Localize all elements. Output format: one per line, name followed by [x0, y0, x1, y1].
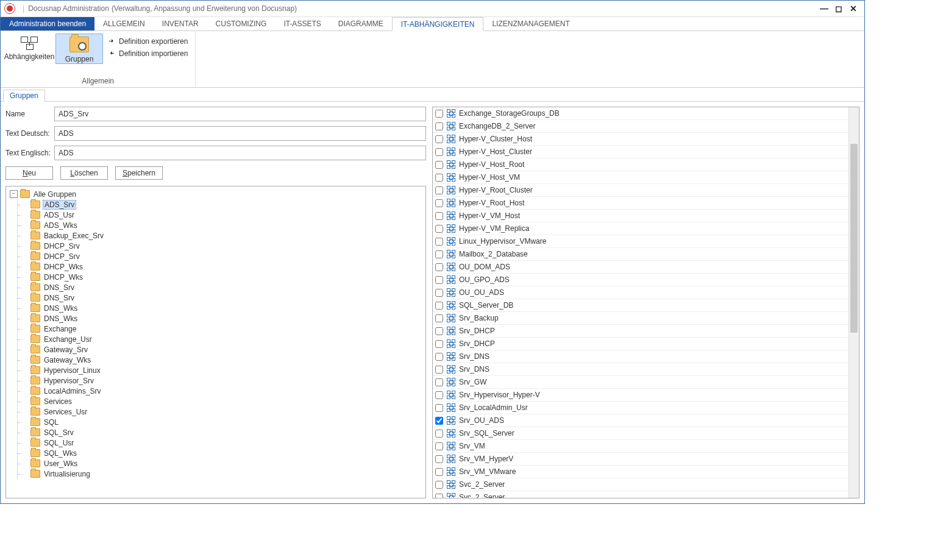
- tree-node[interactable]: Exchange_Usr: [18, 334, 425, 344]
- tree-node[interactable]: SQL_Usr: [18, 438, 425, 448]
- list-row[interactable]: Hyper-V_VM_Host: [433, 210, 849, 222]
- tree-node[interactable]: LocalAdmins_Srv: [18, 386, 425, 396]
- list-checkbox[interactable]: [435, 314, 443, 322]
- tree-node[interactable]: SQL: [18, 417, 425, 427]
- list-checkbox[interactable]: [435, 302, 443, 310]
- tree-node[interactable]: ADS_Usr: [18, 210, 425, 220]
- tree-node[interactable]: SQL_Srv: [18, 427, 425, 438]
- list-row[interactable]: OU_GPO_ADS: [433, 274, 849, 286]
- list-row[interactable]: Srv_VM_HyperV: [433, 453, 849, 466]
- tree-node[interactable]: Hypervisor_Srv: [18, 375, 425, 386]
- tree-node[interactable]: User_Wks: [18, 458, 425, 469]
- tree-node[interactable]: ADS_Srv: [18, 199, 425, 210]
- list-checkbox[interactable]: [435, 199, 443, 207]
- tree-root-node[interactable]: − Alle Gruppen: [10, 189, 425, 199]
- tree-node[interactable]: Exchange: [18, 324, 425, 334]
- list-row[interactable]: Exchange_StorageGroups_DB: [433, 107, 849, 120]
- list-checkbox[interactable]: [435, 289, 443, 297]
- tree-node[interactable]: DNS_Srv: [18, 292, 425, 303]
- list-checkbox[interactable]: [435, 238, 443, 246]
- list-checkbox[interactable]: [435, 430, 443, 438]
- list-checkbox[interactable]: [435, 122, 443, 130]
- list-row[interactable]: Srv_LocalAdmin_Usr: [433, 402, 849, 414]
- tree-node[interactable]: Services: [18, 396, 425, 406]
- close-button[interactable]: ✕: [846, 2, 861, 15]
- new-button[interactable]: Neu: [5, 166, 53, 180]
- list-checkbox[interactable]: [435, 417, 443, 425]
- scrollbar[interactable]: [849, 107, 859, 498]
- list-row[interactable]: Mailbox_2_Database: [433, 248, 849, 261]
- list-checkbox[interactable]: [435, 494, 443, 498]
- tree-node[interactable]: DNS_Wks: [18, 313, 425, 324]
- list-checkbox[interactable]: [435, 442, 443, 450]
- list-checkbox[interactable]: [435, 186, 443, 194]
- list-checkbox[interactable]: [435, 391, 443, 399]
- tab-inventar[interactable]: INVENTAR: [154, 17, 207, 30]
- list-row[interactable]: Srv_DNS: [433, 363, 849, 376]
- list-checkbox[interactable]: [435, 110, 443, 118]
- tab-diagramme[interactable]: DIAGRAMME: [330, 17, 392, 30]
- list-row[interactable]: Srv_OU_ADS: [433, 414, 849, 427]
- list-row[interactable]: SQL_Server_DB: [433, 299, 849, 312]
- delete-button[interactable]: Löschen: [60, 166, 108, 180]
- list-row[interactable]: Svc_2_Server: [433, 491, 849, 498]
- tab-exit-admin[interactable]: Administration beenden: [1, 17, 94, 30]
- ribbon-import-button[interactable]: Definition importieren: [105, 48, 190, 59]
- tree-node[interactable]: ADS_Wks: [18, 220, 425, 230]
- tree-node[interactable]: SQL_Wks: [18, 448, 425, 458]
- list-row[interactable]: Hyper-V_Host_VM: [433, 171, 849, 184]
- minimize-button[interactable]: —: [817, 2, 831, 15]
- list-row[interactable]: Hyper-V_Host_Root: [433, 158, 849, 171]
- tab-it-abhängigkeiten[interactable]: IT-ABHÄNGIGKEITEN: [392, 17, 484, 31]
- list-checkbox[interactable]: [435, 263, 443, 271]
- subtab-groups[interactable]: Gruppen: [3, 90, 45, 102]
- ribbon-dependencies-button[interactable]: Abhängigkeiten: [5, 34, 53, 64]
- list-checkbox[interactable]: [435, 212, 443, 220]
- tree-node[interactable]: DHCP_Srv: [18, 241, 425, 251]
- list-row[interactable]: Srv_Backup: [433, 312, 849, 325]
- tree-node[interactable]: DHCP_Srv: [18, 251, 425, 261]
- list-checkbox[interactable]: [435, 135, 443, 143]
- tree-node[interactable]: DNS_Wks: [18, 303, 425, 313]
- collapse-icon[interactable]: −: [10, 190, 18, 198]
- list-row[interactable]: Srv_GW: [433, 376, 849, 389]
- list-row[interactable]: Hyper-V_Cluster_Host: [433, 133, 849, 146]
- tab-lizenzmanagement[interactable]: LIZENZMANAGEMENT: [483, 17, 578, 30]
- tree-node[interactable]: Services_Usr: [18, 406, 425, 417]
- list-row[interactable]: Hyper-V_VM_Replica: [433, 222, 849, 235]
- ribbon-groups-button[interactable]: Gruppen: [55, 34, 103, 64]
- tree-node[interactable]: DNS_Srv: [18, 282, 425, 292]
- list-row[interactable]: Hyper-V_Root_Cluster: [433, 184, 849, 197]
- tree-node[interactable]: Virtualisierung: [18, 469, 425, 479]
- list-checkbox[interactable]: [435, 481, 443, 489]
- group-tree[interactable]: − Alle Gruppen ADS_SrvADS_UsrADS_WksBack…: [5, 186, 426, 498]
- tree-node[interactable]: Hypervisor_Linux: [18, 365, 425, 375]
- tree-node[interactable]: DHCP_Wks: [18, 272, 425, 282]
- list-checkbox[interactable]: [435, 353, 443, 361]
- list-checkbox[interactable]: [435, 455, 443, 463]
- list-checkbox[interactable]: [435, 250, 443, 258]
- list-row[interactable]: Srv_DHCP: [433, 338, 849, 350]
- list-row[interactable]: Srv_VM_VMware: [433, 466, 849, 478]
- list-row[interactable]: Srv_SQL_Server: [433, 427, 849, 440]
- list-row[interactable]: OU_DOM_ADS: [433, 261, 849, 274]
- tree-node[interactable]: DHCP_Wks: [18, 261, 425, 272]
- tree-node[interactable]: Gateway_Srv: [18, 344, 425, 355]
- list-row[interactable]: Svc_2_Server: [433, 478, 849, 491]
- list-row[interactable]: Srv_DNS: [433, 350, 849, 363]
- list-row[interactable]: ExchangeDB_2_Server: [433, 120, 849, 133]
- list-checkbox[interactable]: [435, 174, 443, 182]
- list-row[interactable]: Srv_VM: [433, 440, 849, 453]
- text-de-input[interactable]: [54, 126, 426, 141]
- list-checkbox[interactable]: [435, 468, 443, 476]
- list-checkbox[interactable]: [435, 340, 443, 348]
- list-checkbox[interactable]: [435, 148, 443, 156]
- name-input[interactable]: [54, 107, 426, 121]
- maximize-button[interactable]: ◻: [831, 2, 846, 15]
- list-checkbox[interactable]: [435, 225, 443, 233]
- text-en-input[interactable]: [54, 146, 426, 160]
- list-checkbox[interactable]: [435, 378, 443, 386]
- list-checkbox[interactable]: [435, 161, 443, 169]
- tree-node[interactable]: Gateway_Wks: [18, 355, 425, 365]
- list-row[interactable]: OU_OU_ADS: [433, 286, 849, 299]
